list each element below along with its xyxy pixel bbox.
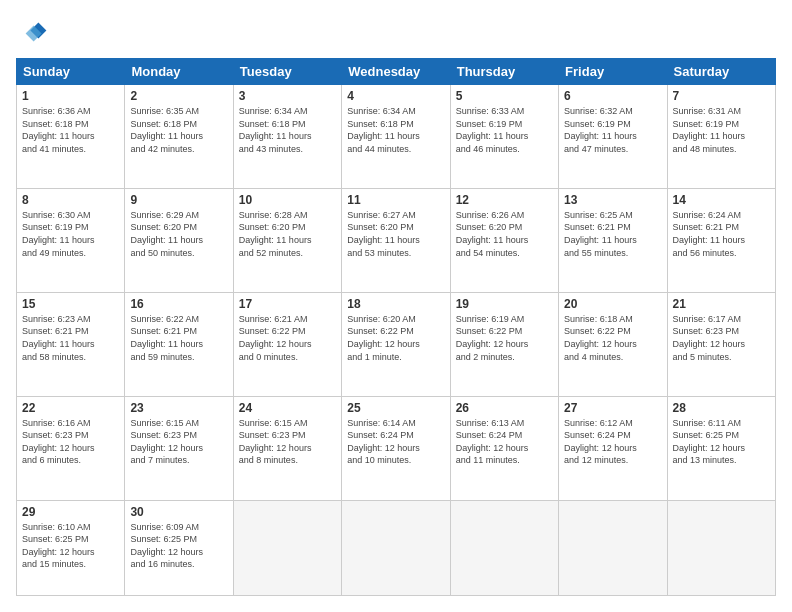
day-info: Sunrise: 6:12 AM Sunset: 6:24 PM Dayligh… — [564, 417, 661, 467]
day-info: Sunrise: 6:35 AM Sunset: 6:18 PM Dayligh… — [130, 105, 227, 155]
calendar-cell: 13Sunrise: 6:25 AM Sunset: 6:21 PM Dayli… — [559, 188, 667, 292]
day-number: 9 — [130, 193, 227, 207]
calendar-cell: 9Sunrise: 6:29 AM Sunset: 6:20 PM Daylig… — [125, 188, 233, 292]
calendar-cell: 24Sunrise: 6:15 AM Sunset: 6:23 PM Dayli… — [233, 396, 341, 500]
day-number: 2 — [130, 89, 227, 103]
day-number: 11 — [347, 193, 444, 207]
day-info: Sunrise: 6:15 AM Sunset: 6:23 PM Dayligh… — [130, 417, 227, 467]
day-info: Sunrise: 6:09 AM Sunset: 6:25 PM Dayligh… — [130, 521, 227, 571]
calendar-cell: 17Sunrise: 6:21 AM Sunset: 6:22 PM Dayli… — [233, 292, 341, 396]
day-number: 1 — [22, 89, 119, 103]
day-number: 6 — [564, 89, 661, 103]
day-number: 24 — [239, 401, 336, 415]
header — [16, 16, 776, 48]
col-header-thursday: Thursday — [450, 59, 558, 85]
day-info: Sunrise: 6:11 AM Sunset: 6:25 PM Dayligh… — [673, 417, 770, 467]
calendar-cell: 2Sunrise: 6:35 AM Sunset: 6:18 PM Daylig… — [125, 85, 233, 189]
calendar-header-row: SundayMondayTuesdayWednesdayThursdayFrid… — [17, 59, 776, 85]
day-number: 14 — [673, 193, 770, 207]
day-number: 20 — [564, 297, 661, 311]
day-info: Sunrise: 6:36 AM Sunset: 6:18 PM Dayligh… — [22, 105, 119, 155]
day-info: Sunrise: 6:32 AM Sunset: 6:19 PM Dayligh… — [564, 105, 661, 155]
calendar-cell: 29Sunrise: 6:10 AM Sunset: 6:25 PM Dayli… — [17, 500, 125, 596]
calendar-cell: 8Sunrise: 6:30 AM Sunset: 6:19 PM Daylig… — [17, 188, 125, 292]
calendar-cell — [450, 500, 558, 596]
calendar-cell: 10Sunrise: 6:28 AM Sunset: 6:20 PM Dayli… — [233, 188, 341, 292]
day-number: 30 — [130, 505, 227, 519]
day-info: Sunrise: 6:18 AM Sunset: 6:22 PM Dayligh… — [564, 313, 661, 363]
day-number: 13 — [564, 193, 661, 207]
day-info: Sunrise: 6:17 AM Sunset: 6:23 PM Dayligh… — [673, 313, 770, 363]
calendar-cell: 5Sunrise: 6:33 AM Sunset: 6:19 PM Daylig… — [450, 85, 558, 189]
calendar-cell: 25Sunrise: 6:14 AM Sunset: 6:24 PM Dayli… — [342, 396, 450, 500]
calendar-table: SundayMondayTuesdayWednesdayThursdayFrid… — [16, 58, 776, 596]
calendar-cell: 21Sunrise: 6:17 AM Sunset: 6:23 PM Dayli… — [667, 292, 775, 396]
day-info: Sunrise: 6:22 AM Sunset: 6:21 PM Dayligh… — [130, 313, 227, 363]
calendar-cell: 27Sunrise: 6:12 AM Sunset: 6:24 PM Dayli… — [559, 396, 667, 500]
day-number: 19 — [456, 297, 553, 311]
day-info: Sunrise: 6:34 AM Sunset: 6:18 PM Dayligh… — [347, 105, 444, 155]
day-info: Sunrise: 6:21 AM Sunset: 6:22 PM Dayligh… — [239, 313, 336, 363]
day-info: Sunrise: 6:27 AM Sunset: 6:20 PM Dayligh… — [347, 209, 444, 259]
col-header-wednesday: Wednesday — [342, 59, 450, 85]
calendar-cell: 4Sunrise: 6:34 AM Sunset: 6:18 PM Daylig… — [342, 85, 450, 189]
calendar-week-4: 22Sunrise: 6:16 AM Sunset: 6:23 PM Dayli… — [17, 396, 776, 500]
day-info: Sunrise: 6:26 AM Sunset: 6:20 PM Dayligh… — [456, 209, 553, 259]
day-number: 5 — [456, 89, 553, 103]
calendar-cell: 14Sunrise: 6:24 AM Sunset: 6:21 PM Dayli… — [667, 188, 775, 292]
calendar-cell — [559, 500, 667, 596]
day-info: Sunrise: 6:24 AM Sunset: 6:21 PM Dayligh… — [673, 209, 770, 259]
calendar-cell: 20Sunrise: 6:18 AM Sunset: 6:22 PM Dayli… — [559, 292, 667, 396]
day-number: 25 — [347, 401, 444, 415]
calendar-cell: 3Sunrise: 6:34 AM Sunset: 6:18 PM Daylig… — [233, 85, 341, 189]
calendar-cell: 15Sunrise: 6:23 AM Sunset: 6:21 PM Dayli… — [17, 292, 125, 396]
calendar-cell — [667, 500, 775, 596]
day-number: 21 — [673, 297, 770, 311]
day-number: 27 — [564, 401, 661, 415]
day-info: Sunrise: 6:28 AM Sunset: 6:20 PM Dayligh… — [239, 209, 336, 259]
day-number: 3 — [239, 89, 336, 103]
day-info: Sunrise: 6:31 AM Sunset: 6:19 PM Dayligh… — [673, 105, 770, 155]
calendar-cell: 18Sunrise: 6:20 AM Sunset: 6:22 PM Dayli… — [342, 292, 450, 396]
col-header-friday: Friday — [559, 59, 667, 85]
day-number: 8 — [22, 193, 119, 207]
day-number: 29 — [22, 505, 119, 519]
day-number: 23 — [130, 401, 227, 415]
calendar-cell — [342, 500, 450, 596]
calendar-cell: 23Sunrise: 6:15 AM Sunset: 6:23 PM Dayli… — [125, 396, 233, 500]
day-info: Sunrise: 6:16 AM Sunset: 6:23 PM Dayligh… — [22, 417, 119, 467]
day-info: Sunrise: 6:13 AM Sunset: 6:24 PM Dayligh… — [456, 417, 553, 467]
calendar-cell: 11Sunrise: 6:27 AM Sunset: 6:20 PM Dayli… — [342, 188, 450, 292]
day-number: 12 — [456, 193, 553, 207]
logo-icon — [16, 16, 48, 48]
day-info: Sunrise: 6:19 AM Sunset: 6:22 PM Dayligh… — [456, 313, 553, 363]
calendar-cell: 6Sunrise: 6:32 AM Sunset: 6:19 PM Daylig… — [559, 85, 667, 189]
day-number: 26 — [456, 401, 553, 415]
day-info: Sunrise: 6:20 AM Sunset: 6:22 PM Dayligh… — [347, 313, 444, 363]
calendar-cell: 7Sunrise: 6:31 AM Sunset: 6:19 PM Daylig… — [667, 85, 775, 189]
col-header-tuesday: Tuesday — [233, 59, 341, 85]
col-header-saturday: Saturday — [667, 59, 775, 85]
calendar-cell: 28Sunrise: 6:11 AM Sunset: 6:25 PM Dayli… — [667, 396, 775, 500]
calendar-cell: 26Sunrise: 6:13 AM Sunset: 6:24 PM Dayli… — [450, 396, 558, 500]
calendar-cell: 12Sunrise: 6:26 AM Sunset: 6:20 PM Dayli… — [450, 188, 558, 292]
day-number: 22 — [22, 401, 119, 415]
page: SundayMondayTuesdayWednesdayThursdayFrid… — [0, 0, 792, 612]
col-header-monday: Monday — [125, 59, 233, 85]
day-number: 17 — [239, 297, 336, 311]
day-number: 16 — [130, 297, 227, 311]
day-number: 4 — [347, 89, 444, 103]
calendar-week-5: 29Sunrise: 6:10 AM Sunset: 6:25 PM Dayli… — [17, 500, 776, 596]
logo — [16, 16, 52, 48]
calendar-week-3: 15Sunrise: 6:23 AM Sunset: 6:21 PM Dayli… — [17, 292, 776, 396]
col-header-sunday: Sunday — [17, 59, 125, 85]
day-info: Sunrise: 6:23 AM Sunset: 6:21 PM Dayligh… — [22, 313, 119, 363]
day-info: Sunrise: 6:14 AM Sunset: 6:24 PM Dayligh… — [347, 417, 444, 467]
calendar-cell: 16Sunrise: 6:22 AM Sunset: 6:21 PM Dayli… — [125, 292, 233, 396]
day-number: 18 — [347, 297, 444, 311]
calendar-week-2: 8Sunrise: 6:30 AM Sunset: 6:19 PM Daylig… — [17, 188, 776, 292]
day-number: 15 — [22, 297, 119, 311]
day-number: 10 — [239, 193, 336, 207]
day-info: Sunrise: 6:10 AM Sunset: 6:25 PM Dayligh… — [22, 521, 119, 571]
day-info: Sunrise: 6:25 AM Sunset: 6:21 PM Dayligh… — [564, 209, 661, 259]
